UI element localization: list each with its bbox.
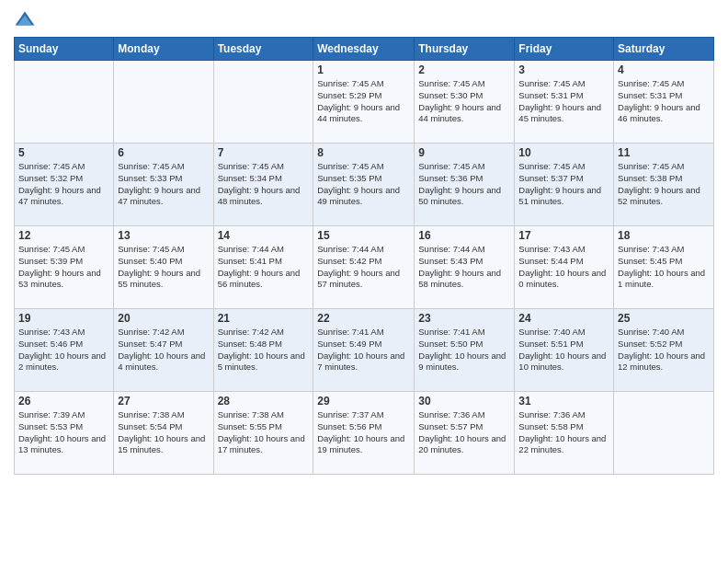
calendar-cell: 21Sunrise: 7:42 AMSunset: 5:48 PMDayligh… [213, 309, 313, 392]
day-info: Sunrise: 7:45 AMSunset: 5:29 PMDaylight:… [317, 78, 410, 125]
day-info: Sunrise: 7:45 AMSunset: 5:32 PMDaylight:… [18, 161, 109, 208]
day-info: Sunrise: 7:40 AMSunset: 5:51 PMDaylight:… [518, 327, 609, 373]
day-number: 7 [218, 146, 310, 159]
day-number: 23 [418, 312, 510, 325]
header-row: SundayMondayTuesdayWednesdayThursdayFrid… [15, 38, 714, 61]
logo [14, 9, 38, 31]
day-number: 29 [317, 395, 410, 408]
calendar-cell: 22Sunrise: 7:41 AMSunset: 5:49 PMDayligh… [313, 309, 415, 392]
calendar-cell: 16Sunrise: 7:44 AMSunset: 5:43 PMDayligh… [415, 226, 515, 309]
day-info: Sunrise: 7:43 AMSunset: 5:46 PMDaylight:… [18, 327, 109, 373]
calendar-cell: 15Sunrise: 7:44 AMSunset: 5:42 PMDayligh… [313, 226, 415, 309]
day-info: Sunrise: 7:45 AMSunset: 5:39 PMDaylight:… [18, 244, 109, 291]
day-number: 27 [118, 395, 209, 408]
day-info: Sunrise: 7:42 AMSunset: 5:47 PMDaylight:… [118, 327, 209, 373]
day-number: 19 [18, 312, 109, 325]
day-header-friday: Friday [515, 38, 614, 61]
day-number: 17 [518, 229, 609, 242]
day-info: Sunrise: 7:45 AMSunset: 5:31 PMDaylight:… [518, 78, 609, 125]
day-info: Sunrise: 7:45 AMSunset: 5:31 PMDaylight:… [618, 78, 710, 125]
calendar-cell: 12Sunrise: 7:45 AMSunset: 5:39 PMDayligh… [15, 226, 114, 309]
calendar-cell: 3Sunrise: 7:45 AMSunset: 5:31 PMDaylight… [515, 61, 614, 144]
day-info: Sunrise: 7:41 AMSunset: 5:49 PMDaylight:… [317, 327, 410, 373]
day-number: 16 [418, 229, 510, 242]
week-row-4: 19Sunrise: 7:43 AMSunset: 5:46 PMDayligh… [15, 309, 714, 392]
calendar-cell: 25Sunrise: 7:40 AMSunset: 5:52 PMDayligh… [614, 309, 714, 392]
calendar-cell: 17Sunrise: 7:43 AMSunset: 5:44 PMDayligh… [515, 226, 614, 309]
day-number: 5 [18, 146, 109, 159]
calendar-table: SundayMondayTuesdayWednesdayThursdayFrid… [14, 37, 714, 475]
calendar-cell: 27Sunrise: 7:38 AMSunset: 5:54 PMDayligh… [114, 392, 213, 475]
day-number: 30 [418, 395, 510, 408]
week-row-3: 12Sunrise: 7:45 AMSunset: 5:39 PMDayligh… [15, 226, 714, 309]
day-info: Sunrise: 7:38 AMSunset: 5:54 PMDaylight:… [118, 409, 209, 456]
day-number: 21 [218, 312, 310, 325]
calendar-cell: 7Sunrise: 7:45 AMSunset: 5:34 PMDaylight… [213, 144, 313, 226]
day-number: 11 [618, 146, 710, 159]
calendar-cell: 30Sunrise: 7:36 AMSunset: 5:57 PMDayligh… [415, 392, 515, 475]
day-info: Sunrise: 7:37 AMSunset: 5:56 PMDaylight:… [317, 409, 410, 456]
day-info: Sunrise: 7:42 AMSunset: 5:48 PMDaylight:… [218, 327, 310, 373]
week-row-5: 26Sunrise: 7:39 AMSunset: 5:53 PMDayligh… [15, 392, 714, 475]
day-info: Sunrise: 7:40 AMSunset: 5:52 PMDaylight:… [618, 327, 710, 373]
day-number: 26 [18, 395, 109, 408]
day-info: Sunrise: 7:45 AMSunset: 5:35 PMDaylight:… [317, 161, 410, 208]
calendar-cell: 18Sunrise: 7:43 AMSunset: 5:45 PMDayligh… [614, 226, 714, 309]
day-number: 15 [317, 229, 410, 242]
day-info: Sunrise: 7:45 AMSunset: 5:30 PMDaylight:… [418, 78, 510, 125]
day-info: Sunrise: 7:45 AMSunset: 5:40 PMDaylight:… [118, 244, 209, 291]
day-number: 24 [518, 312, 609, 325]
header [14, 9, 714, 31]
calendar-cell: 14Sunrise: 7:44 AMSunset: 5:41 PMDayligh… [213, 226, 313, 309]
day-header-saturday: Saturday [614, 38, 714, 61]
calendar-cell [213, 61, 313, 144]
day-number: 10 [518, 146, 609, 159]
day-info: Sunrise: 7:44 AMSunset: 5:42 PMDaylight:… [317, 244, 410, 291]
calendar-cell: 2Sunrise: 7:45 AMSunset: 5:30 PMDaylight… [415, 61, 515, 144]
day-info: Sunrise: 7:39 AMSunset: 5:53 PMDaylight:… [18, 409, 109, 456]
calendar-cell: 23Sunrise: 7:41 AMSunset: 5:50 PMDayligh… [415, 309, 515, 392]
day-header-monday: Monday [114, 38, 213, 61]
day-number: 14 [218, 229, 310, 242]
calendar-cell: 24Sunrise: 7:40 AMSunset: 5:51 PMDayligh… [515, 309, 614, 392]
calendar-cell [114, 61, 213, 144]
calendar-cell: 26Sunrise: 7:39 AMSunset: 5:53 PMDayligh… [15, 392, 114, 475]
day-info: Sunrise: 7:45 AMSunset: 5:34 PMDaylight:… [218, 161, 310, 208]
calendar-cell: 8Sunrise: 7:45 AMSunset: 5:35 PMDaylight… [313, 144, 415, 226]
calendar-cell: 10Sunrise: 7:45 AMSunset: 5:37 PMDayligh… [515, 144, 614, 226]
calendar-cell [614, 392, 714, 475]
week-row-2: 5Sunrise: 7:45 AMSunset: 5:32 PMDaylight… [15, 144, 714, 226]
day-info: Sunrise: 7:38 AMSunset: 5:55 PMDaylight:… [218, 409, 310, 456]
calendar-cell [15, 61, 114, 144]
calendar-cell: 31Sunrise: 7:36 AMSunset: 5:58 PMDayligh… [515, 392, 614, 475]
day-number: 22 [317, 312, 410, 325]
day-number: 31 [518, 395, 609, 408]
day-info: Sunrise: 7:41 AMSunset: 5:50 PMDaylight:… [418, 327, 510, 373]
day-number: 6 [118, 146, 209, 159]
calendar-cell: 13Sunrise: 7:45 AMSunset: 5:40 PMDayligh… [114, 226, 213, 309]
day-number: 1 [317, 63, 410, 76]
day-number: 20 [118, 312, 209, 325]
page: SundayMondayTuesdayWednesdayThursdayFrid… [0, 0, 728, 563]
day-header-sunday: Sunday [15, 38, 114, 61]
day-info: Sunrise: 7:43 AMSunset: 5:45 PMDaylight:… [618, 244, 710, 291]
day-info: Sunrise: 7:43 AMSunset: 5:44 PMDaylight:… [518, 244, 609, 291]
day-header-wednesday: Wednesday [313, 38, 415, 61]
logo-icon [14, 9, 36, 31]
day-info: Sunrise: 7:44 AMSunset: 5:43 PMDaylight:… [418, 244, 510, 291]
calendar-cell: 19Sunrise: 7:43 AMSunset: 5:46 PMDayligh… [15, 309, 114, 392]
calendar-cell: 6Sunrise: 7:45 AMSunset: 5:33 PMDaylight… [114, 144, 213, 226]
calendar-cell: 28Sunrise: 7:38 AMSunset: 5:55 PMDayligh… [213, 392, 313, 475]
day-info: Sunrise: 7:45 AMSunset: 5:38 PMDaylight:… [618, 161, 710, 208]
day-info: Sunrise: 7:45 AMSunset: 5:36 PMDaylight:… [418, 161, 510, 208]
day-header-tuesday: Tuesday [213, 38, 313, 61]
day-number: 18 [618, 229, 710, 242]
day-number: 2 [418, 63, 510, 76]
day-number: 4 [618, 63, 710, 76]
day-number: 3 [518, 63, 609, 76]
calendar-cell: 4Sunrise: 7:45 AMSunset: 5:31 PMDaylight… [614, 61, 714, 144]
day-info: Sunrise: 7:45 AMSunset: 5:37 PMDaylight:… [518, 161, 609, 208]
day-number: 28 [218, 395, 310, 408]
day-number: 8 [317, 146, 410, 159]
day-info: Sunrise: 7:36 AMSunset: 5:58 PMDaylight:… [518, 409, 609, 456]
